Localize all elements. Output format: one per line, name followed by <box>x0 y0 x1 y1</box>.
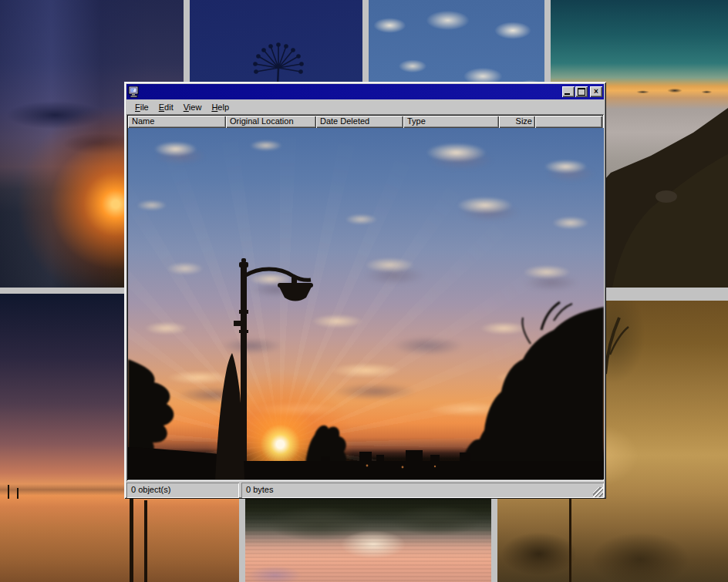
minimize-button[interactable] <box>562 86 575 97</box>
status-size: 0 bytes <box>241 483 604 498</box>
cypress-tree-silhouette <box>215 353 244 479</box>
column-header-original-location[interactable]: Original Location <box>226 116 316 128</box>
column-header-name[interactable]: Name <box>128 116 226 128</box>
list-view-photo-background[interactable] <box>128 128 604 479</box>
distant-pole-silhouette <box>17 488 19 499</box>
distant-pole-silhouette <box>8 485 9 499</box>
menu-view[interactable]: View <box>179 101 207 113</box>
window-titlebar[interactable]: × <box>126 84 604 99</box>
menu-help[interactable]: Help <box>207 101 234 113</box>
status-object-count: 0 object(s) <box>126 483 239 498</box>
list-view-frame: Name Original Location Date Deleted Type… <box>126 114 604 481</box>
ground-band-silhouette <box>128 461 604 479</box>
menu-file[interactable]: File <box>130 101 153 113</box>
status-bar: 0 object(s) 0 bytes <box>126 483 604 498</box>
maximize-button[interactable] <box>575 86 588 97</box>
close-button[interactable]: × <box>590 86 602 97</box>
menu-edit[interactable]: Edit <box>154 101 178 113</box>
desktop: × File Edit View Help Name Original Loca… <box>0 0 728 582</box>
column-header-type[interactable]: Type <box>403 116 499 128</box>
wallpaper-water-reflections-photo <box>245 499 491 582</box>
resize-grip-icon[interactable] <box>593 487 603 497</box>
close-icon: × <box>594 88 598 96</box>
photo-sharp-silhouettes <box>128 128 604 479</box>
recycle-bin-window: × File Edit View Help Name Original Loca… <box>124 82 606 499</box>
status-size-text: 0 bytes <box>246 485 273 494</box>
column-header-filler <box>535 116 602 128</box>
column-header-date-deleted[interactable]: Date Deleted <box>316 116 403 128</box>
maximize-icon <box>578 88 585 96</box>
minimize-icon <box>565 93 570 95</box>
program-window-icon[interactable] <box>128 86 140 98</box>
water-pole-silhouette <box>144 500 147 582</box>
column-header-row: Name Original Location Date Deleted Type… <box>128 116 602 128</box>
water-pole-silhouette <box>130 494 133 582</box>
column-header-size[interactable]: Size <box>499 116 535 128</box>
street-lamp-silhouette <box>215 258 313 479</box>
menu-bar: File Edit View Help <box>126 99 604 114</box>
